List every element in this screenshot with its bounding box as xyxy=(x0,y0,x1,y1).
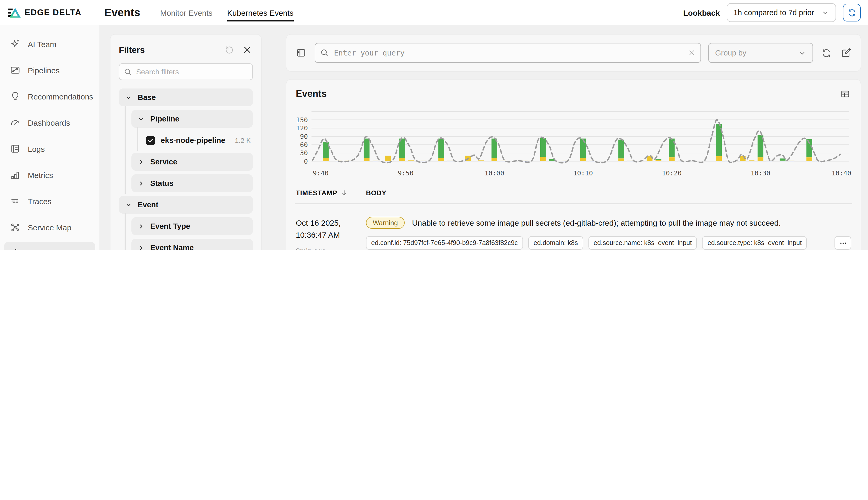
svg-text:90: 90 xyxy=(300,133,308,140)
filter-tree-row-status[interactable]: Status xyxy=(132,174,253,192)
chevron-right-icon xyxy=(138,223,145,230)
svg-text:150: 150 xyxy=(296,116,308,124)
event-message: Unable to retrieve some image pull secre… xyxy=(412,218,781,227)
search-filters-input[interactable] xyxy=(119,63,253,80)
svg-text:60: 60 xyxy=(300,141,308,149)
column-header-timestamp[interactable]: TIMESTAMP xyxy=(296,189,337,197)
svg-text:9:40: 9:40 xyxy=(313,169,329,177)
sidebar-item-ai-team[interactable]: AI Team xyxy=(4,33,95,56)
lookback-label: Lookback xyxy=(683,8,720,17)
svg-text:120: 120 xyxy=(296,124,308,132)
svg-text:10:20: 10:20 xyxy=(662,169,682,177)
event-tag[interactable]: ed.source.type: k8s_event_input xyxy=(702,236,807,250)
events-panel-title: Events xyxy=(296,89,327,100)
service-map-icon xyxy=(10,222,20,232)
sidebar-item-recommendations[interactable]: Recommendations xyxy=(4,85,95,108)
event-tag[interactable]: ed.conf.id: 75d97fcf-7e65-4f90-b9c9-7a8f… xyxy=(366,236,523,250)
filter-label: Pipeline xyxy=(150,115,179,123)
sidebar-item-label: Logs xyxy=(28,144,45,153)
group-by-value: Group by xyxy=(715,49,746,57)
sidebar-item-logs[interactable]: Logs xyxy=(4,137,95,160)
checkbox-checked[interactable] xyxy=(146,136,155,145)
sidebar-item-label: Traces xyxy=(28,196,52,205)
query-bar: Group by xyxy=(286,34,861,72)
table-view-button[interactable] xyxy=(839,88,851,100)
filters-title: Filters xyxy=(119,45,145,55)
panel-resizer xyxy=(262,34,286,250)
pipelines-icon xyxy=(10,65,20,76)
reset-filters-button[interactable] xyxy=(224,44,235,56)
chevron-right-icon xyxy=(138,244,145,250)
filter-tree-row-event[interactable]: Event xyxy=(119,196,253,214)
app-root: EDGE DELTA Events Monitor Events Kuberne… xyxy=(0,0,868,250)
sort-descending-icon[interactable] xyxy=(340,189,348,197)
svg-text:10:30: 10:30 xyxy=(751,169,770,177)
events-tabs: Monitor Events Kubernetes Events xyxy=(160,0,294,25)
svg-text:10:00: 10:00 xyxy=(484,169,504,177)
chevron-down-icon xyxy=(798,49,806,57)
page-title: Events xyxy=(104,6,140,19)
refresh-button[interactable] xyxy=(843,4,861,22)
filter-tree-row-pipeline[interactable]: Pipeline xyxy=(132,110,253,128)
sidebar-item-pipelines[interactable]: Pipelines xyxy=(4,59,95,82)
svg-text:10:10: 10:10 xyxy=(573,169,593,177)
filter-tree-row-event-name[interactable]: Event Name xyxy=(132,239,253,250)
group-by-select[interactable]: Group by xyxy=(708,43,813,63)
filter-tree-row-event-type[interactable]: Event Type xyxy=(132,217,253,235)
table-icon xyxy=(840,89,850,99)
tab-monitor-events[interactable]: Monitor Events xyxy=(160,0,213,25)
search-icon xyxy=(124,68,132,78)
event-tag[interactable]: ed.domain: k8s xyxy=(528,236,583,250)
sidebar-item-label: Dashboards xyxy=(28,118,70,127)
sidebar-item-traces[interactable]: Traces xyxy=(4,190,95,213)
refresh-icon xyxy=(847,8,856,17)
chevron-right-icon xyxy=(138,180,145,187)
lookback-select[interactable]: 1h compared to 7d prior xyxy=(727,3,836,22)
lookback-control: Lookback 1h compared to 7d prior xyxy=(683,3,861,22)
sidebar-item-service-map[interactable]: Service Map xyxy=(4,216,95,239)
sidebar-item-label: Service Map xyxy=(28,223,71,232)
event-timestamp: Oct 16 2025,10:36:47 AM xyxy=(296,217,358,241)
toggle-filters-panel-button[interactable] xyxy=(295,47,307,59)
brand-logo[interactable]: EDGE DELTA xyxy=(0,7,100,19)
events-table-body: Oct 16 2025,10:36:47 AM 3min ago Warning… xyxy=(295,204,852,250)
chevron-right-icon xyxy=(138,158,145,165)
event-tag[interactable]: ed.source.name: k8s_event_input xyxy=(589,236,697,250)
sidebar-item-label: Events xyxy=(28,249,54,250)
close-filters-button[interactable] xyxy=(241,44,253,56)
panel-left-icon xyxy=(296,48,306,58)
filter-tree-row-eks-node-pipeline[interactable]: eks-node-pipeline 1.2 K xyxy=(144,132,253,149)
top-bar: EDGE DELTA Events Monitor Events Kuberne… xyxy=(0,0,868,25)
lookback-value: 1h compared to 7d prior xyxy=(733,8,814,17)
filter-label: Event Type xyxy=(150,222,190,230)
filters-tree: Base Pipeline eks-node-pipeline 1.2 K Se… xyxy=(119,89,253,250)
tab-kubernetes-events[interactable]: Kubernetes Events xyxy=(227,0,294,25)
filter-label: Event Name xyxy=(150,243,194,250)
events-chart-container: 03060901201509:409:5010:0010:1010:2010:3… xyxy=(295,102,852,183)
chevron-down-icon xyxy=(821,9,829,16)
event-row[interactable]: Oct 16 2025,10:36:47 AM 3min ago Warning… xyxy=(295,204,852,250)
event-relative-time: 3min ago xyxy=(296,246,358,250)
events-chart[interactable]: 03060901201509:409:5010:0010:1010:2010:3… xyxy=(295,102,852,181)
filter-tree-row-service[interactable]: Service xyxy=(132,153,253,171)
svg-text:30: 30 xyxy=(300,149,308,157)
ai-team-icon xyxy=(10,39,20,49)
more-actions-button[interactable] xyxy=(834,236,851,250)
event-tags: ed.conf.id: 75d97fcf-7e65-4f90-b9c9-7a8f… xyxy=(366,236,828,250)
search-icon xyxy=(320,48,329,59)
sidebar-item-dashboards[interactable]: Dashboards xyxy=(4,111,95,134)
chevron-down-icon xyxy=(138,115,145,122)
recommendations-icon xyxy=(10,91,20,102)
clear-query-button[interactable] xyxy=(688,49,696,57)
filter-tree-row-base[interactable]: Base xyxy=(119,89,253,106)
refresh-query-button[interactable] xyxy=(820,47,832,59)
sidebar-item-metrics[interactable]: Metrics xyxy=(4,163,95,186)
column-header-body[interactable]: BODY xyxy=(366,189,386,197)
create-monitor-from-query-button[interactable] xyxy=(840,47,852,59)
filter-label: Base xyxy=(138,93,156,102)
sidebar-item-events[interactable]: Events xyxy=(4,242,95,250)
close-icon xyxy=(242,45,252,55)
query-input[interactable] xyxy=(315,43,701,63)
filters-panel: Filters xyxy=(110,34,262,250)
sidebar-item-label: Recommendations xyxy=(28,92,93,101)
